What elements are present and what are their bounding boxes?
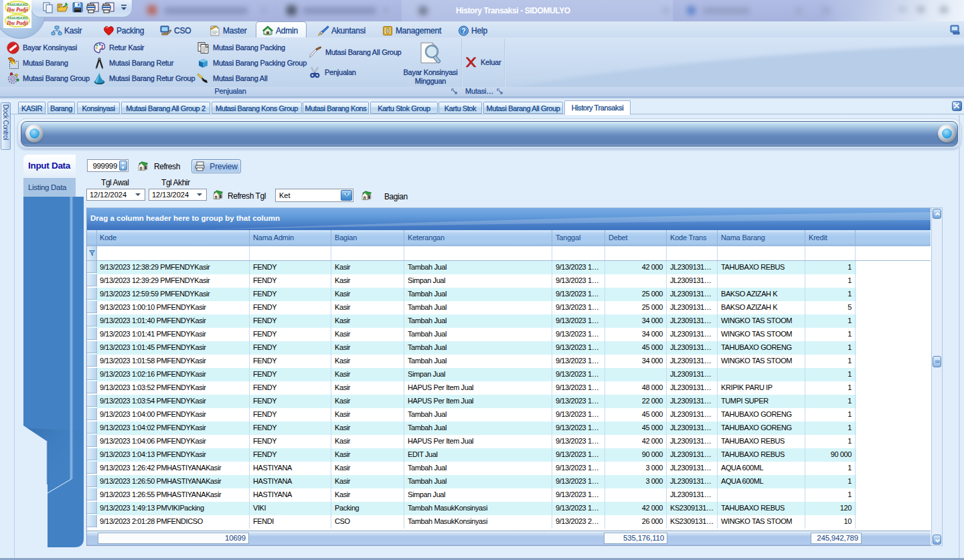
svg-text:Ibu Pudji: Ibu Pudji xyxy=(6,7,28,13)
svg-text:Ibu Pudji: Ibu Pudji xyxy=(6,20,28,26)
svg-text:?: ? xyxy=(462,27,466,34)
